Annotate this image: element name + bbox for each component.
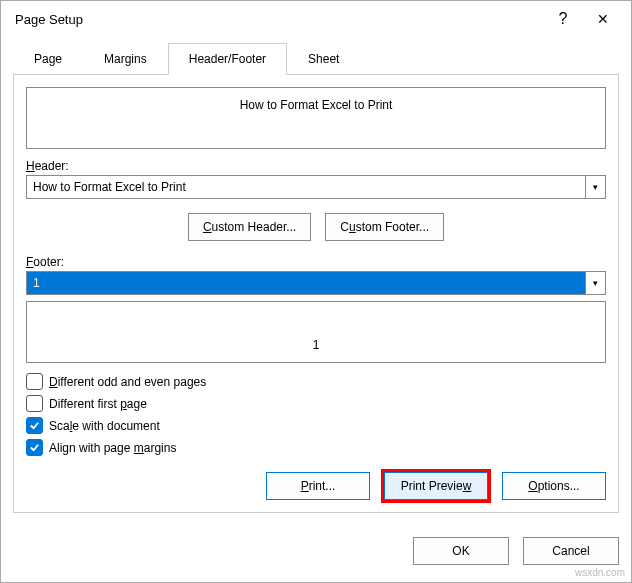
header-combo-value: How to Format Excel to Print <box>27 176 585 198</box>
custom-header-button[interactable]: Custom Header... <box>188 213 311 241</box>
checkbox-icon <box>26 395 43 412</box>
checkbox-icon <box>26 417 43 434</box>
tab-body: How to Format Excel to Print Header: How… <box>13 75 619 513</box>
tab-page[interactable]: Page <box>13 43 83 75</box>
checkbox-icon <box>26 373 43 390</box>
cancel-button[interactable]: Cancel <box>523 537 619 565</box>
footer-combo[interactable]: 1 ▾ <box>26 271 606 295</box>
header-combo-dropdown[interactable]: ▾ <box>585 176 605 198</box>
footer-label: Footer: <box>26 255 606 269</box>
dialog-content: Page Margins Header/Footer Sheet How to … <box>1 43 631 525</box>
print-button[interactable]: Print... <box>266 472 370 500</box>
check-label: Align with page margins <box>49 441 176 455</box>
dialog-footer: OK Cancel <box>1 525 631 577</box>
header-label: Header: <box>26 159 606 173</box>
header-preview: How to Format Excel to Print <box>26 87 606 149</box>
footer-preview-text: 1 <box>313 338 320 352</box>
footer-combo-value: 1 <box>27 272 585 294</box>
footer-preview: 1 <box>26 301 606 363</box>
watermark: wsxdn.com <box>575 567 625 578</box>
page-setup-dialog: Page Setup ? ✕ Page Margins Header/Foote… <box>0 0 632 583</box>
options-button[interactable]: Options... <box>502 472 606 500</box>
tab-margins[interactable]: Margins <box>83 43 168 75</box>
checkbox-icon <box>26 439 43 456</box>
dialog-title: Page Setup <box>15 12 543 27</box>
print-preview-button[interactable]: Print Preview <box>384 472 488 500</box>
scale-with-doc-check[interactable]: Scale with document <box>26 417 606 434</box>
custom-buttons-row: Custom Header... Custom Footer... <box>26 213 606 241</box>
tab-sheet[interactable]: Sheet <box>287 43 360 75</box>
tab-bar: Page Margins Header/Footer Sheet <box>13 43 619 75</box>
ok-button[interactable]: OK <box>413 537 509 565</box>
header-combo[interactable]: How to Format Excel to Print ▾ <box>26 175 606 199</box>
header-preview-text: How to Format Excel to Print <box>240 98 393 112</box>
tab-header-footer[interactable]: Header/Footer <box>168 43 287 75</box>
close-icon[interactable]: ✕ <box>583 11 623 27</box>
diff-odd-even-check[interactable]: Different odd and even pages <box>26 373 606 390</box>
chevron-down-icon: ▾ <box>593 278 598 288</box>
align-margins-check[interactable]: Align with page margins <box>26 439 606 456</box>
action-row: Print... Print Preview Options... <box>26 472 606 500</box>
footer-combo-dropdown[interactable]: ▾ <box>585 272 605 294</box>
check-label: Scale with document <box>49 419 160 433</box>
chevron-down-icon: ▾ <box>593 182 598 192</box>
diff-first-check[interactable]: Different first page <box>26 395 606 412</box>
help-icon[interactable]: ? <box>543 10 583 28</box>
check-label: Different odd and even pages <box>49 375 206 389</box>
checkbox-group: Different odd and even pages Different f… <box>26 373 606 456</box>
custom-footer-button[interactable]: Custom Footer... <box>325 213 444 241</box>
titlebar: Page Setup ? ✕ <box>1 1 631 37</box>
check-label: Different first page <box>49 397 147 411</box>
